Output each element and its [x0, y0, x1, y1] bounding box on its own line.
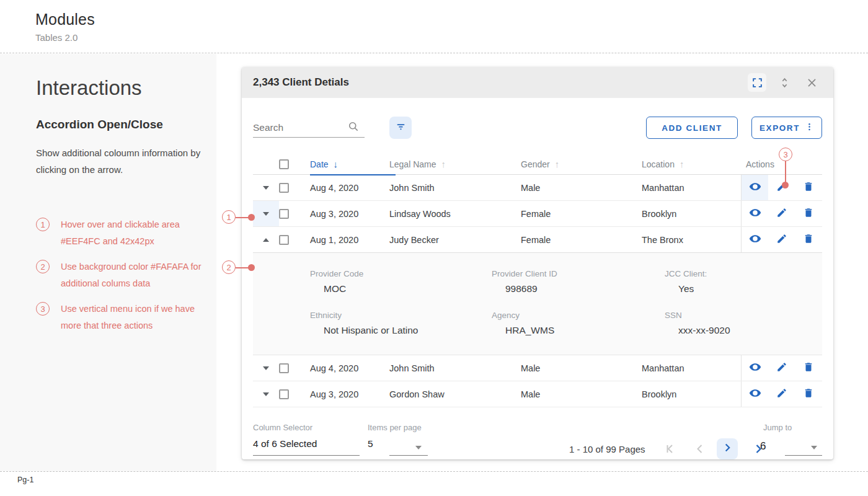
- select-all-checkbox[interactable]: [279, 159, 310, 169]
- edit-button[interactable]: [768, 227, 795, 252]
- search-field[interactable]: [253, 118, 365, 138]
- add-client-button[interactable]: ADD CLIENT: [646, 117, 738, 139]
- checkbox[interactable]: [279, 159, 289, 169]
- expand-arrow-icon[interactable]: [253, 201, 279, 226]
- view-button[interactable]: [742, 227, 768, 252]
- table-row: Aug 1, 2020 Judy Becker Female The Bronx: [253, 227, 822, 253]
- fullscreen-icon[interactable]: [748, 73, 766, 92]
- sort-asc-icon: ↑: [441, 159, 446, 169]
- row-checkbox[interactable]: [279, 363, 310, 373]
- table-row: Aug 3, 2020 Lindsay Woods Female Brookly…: [253, 201, 822, 227]
- cell-gender: Male: [521, 183, 642, 193]
- eye-icon: [749, 387, 761, 401]
- table-toolbar: ADD CLIENT EXPORT: [242, 98, 833, 139]
- view-button[interactable]: [742, 381, 768, 407]
- delete-button[interactable]: [795, 381, 822, 407]
- trash-icon: [803, 207, 814, 220]
- cell-actions: [741, 355, 822, 381]
- cell-actions: [741, 227, 822, 252]
- column-selector-label: Column Selector: [253, 423, 312, 432]
- delete-button[interactable]: [795, 175, 822, 200]
- cell-actions: [741, 201, 822, 226]
- detail-label: Provider Code: [310, 269, 492, 278]
- page-header: Modules Tables 2.0: [0, 0, 868, 53]
- edit-button[interactable]: [768, 381, 795, 407]
- section-subtitle: Accordion Open/Close: [36, 118, 216, 131]
- prev-page-icon[interactable]: [693, 441, 707, 459]
- filter-button[interactable]: [389, 117, 412, 139]
- trash-icon: [803, 361, 814, 374]
- marker-3-line: [785, 161, 786, 184]
- detail-value: MOC: [324, 283, 492, 294]
- collapse-arrow-icon[interactable]: [253, 227, 279, 252]
- cell-location: Manhattan: [642, 363, 741, 373]
- next-page-button[interactable]: [717, 438, 738, 459]
- export-button[interactable]: EXPORT: [751, 117, 822, 139]
- page-number-label: Pg-1: [17, 476, 33, 484]
- checkbox[interactable]: [279, 363, 289, 373]
- dropdown-caret-icon[interactable]: [811, 446, 817, 450]
- delete-button[interactable]: [795, 355, 822, 381]
- trash-icon: [803, 233, 814, 246]
- search-input[interactable]: [253, 122, 347, 133]
- checkbox[interactable]: [279, 389, 289, 399]
- cell-gender: Female: [521, 235, 642, 245]
- view-button[interactable]: [742, 201, 768, 226]
- column-label: Date: [310, 159, 329, 169]
- checkbox[interactable]: [279, 183, 289, 193]
- card-title: 2,343 Client Detials: [253, 76, 349, 89]
- checkbox[interactable]: [279, 209, 289, 219]
- first-page-icon[interactable]: [663, 441, 678, 459]
- detail-label: JCC Client:: [665, 269, 822, 278]
- trash-icon: [803, 181, 814, 194]
- unfold-icon[interactable]: [775, 73, 794, 92]
- cell-location: The Bronx: [642, 235, 741, 245]
- page-title: Modules: [35, 11, 868, 29]
- row-checkbox[interactable]: [279, 183, 310, 193]
- checkbox[interactable]: [279, 235, 289, 245]
- row-checkbox[interactable]: [279, 235, 310, 245]
- cell-date: Aug 4, 2020: [310, 183, 389, 193]
- jump-to-value[interactable]: 6: [760, 440, 766, 453]
- edit-button[interactable]: [768, 355, 795, 381]
- note-3-text: Use vertical menu icon if we have more t…: [61, 301, 203, 334]
- marker-2-line: [236, 267, 249, 268]
- row-checkbox[interactable]: [279, 389, 310, 399]
- view-button[interactable]: [742, 175, 768, 200]
- note-item: 3 Use vertical menu icon if we have more…: [36, 301, 216, 334]
- column-header-legal-name[interactable]: Legal Name ↑: [389, 159, 521, 169]
- edit-button[interactable]: [768, 201, 795, 226]
- delete-button[interactable]: [795, 227, 822, 252]
- cell-actions: [741, 381, 822, 407]
- eye-icon: [749, 180, 761, 195]
- expand-arrow-icon[interactable]: [253, 355, 279, 381]
- column-label: Location: [642, 159, 675, 169]
- expand-arrow-icon[interactable]: [253, 175, 279, 200]
- items-per-page-underline: [389, 455, 428, 456]
- jump-to-underline: [785, 455, 822, 456]
- row-checkbox[interactable]: [279, 209, 310, 219]
- next-page-icon: [720, 441, 734, 457]
- cell-name: Gordon Shaw: [389, 389, 521, 399]
- note-1-text: Hover over and clickable area #EEF4FC an…: [61, 216, 203, 250]
- items-per-page-value[interactable]: 5: [368, 438, 373, 450]
- note-2-text: Use background color #FAFAFA for additio…: [61, 259, 203, 292]
- detail-field: SSN xxx-xx-9020: [665, 311, 822, 336]
- edit-button[interactable]: [768, 175, 795, 200]
- column-header-location[interactable]: Location ↑: [642, 159, 741, 169]
- detail-field: Provider Client ID 998689: [492, 269, 665, 294]
- pencil-icon: [776, 233, 787, 246]
- cell-date: Aug 3, 2020: [310, 389, 389, 399]
- detail-label: Provider Client ID: [492, 269, 665, 278]
- delete-button[interactable]: [795, 201, 822, 226]
- dropdown-caret-icon[interactable]: [415, 446, 422, 450]
- detail-value: Yes: [678, 283, 822, 294]
- view-button[interactable]: [742, 355, 768, 381]
- column-selector-value[interactable]: 4 of 6 Selected: [253, 438, 317, 450]
- column-header-date[interactable]: Date ↓: [310, 154, 389, 174]
- close-icon[interactable]: [802, 73, 821, 92]
- column-header-gender[interactable]: Gender ↑: [521, 159, 642, 169]
- cell-name: John Smith: [389, 183, 521, 193]
- expand-arrow-icon[interactable]: [253, 381, 279, 407]
- cell-gender: Male: [521, 389, 642, 399]
